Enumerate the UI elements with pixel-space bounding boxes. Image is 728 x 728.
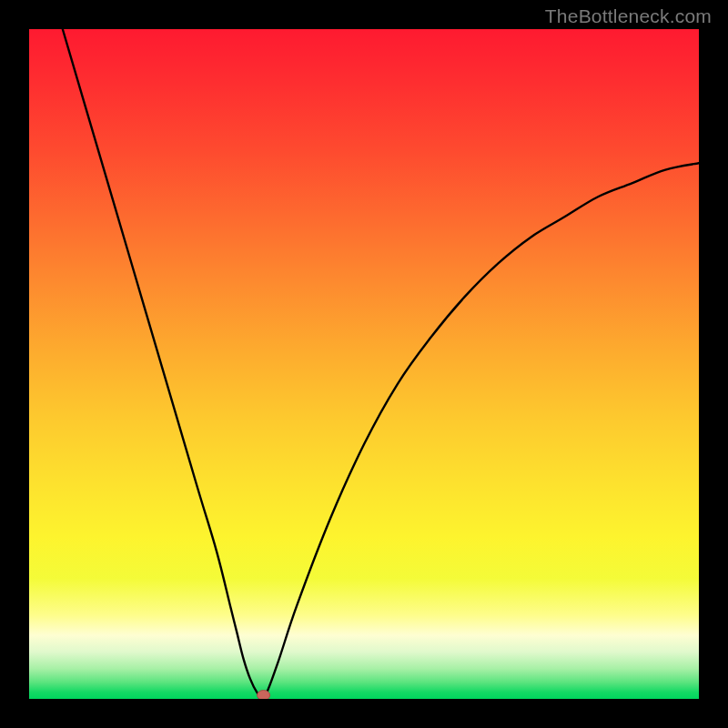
plot-area xyxy=(29,29,699,699)
chart-frame: TheBottleneck.com xyxy=(0,0,728,728)
watermark-text: TheBottleneck.com xyxy=(545,5,712,27)
chart-svg xyxy=(29,29,699,699)
minimum-marker xyxy=(258,691,270,700)
gradient-background xyxy=(29,29,699,699)
